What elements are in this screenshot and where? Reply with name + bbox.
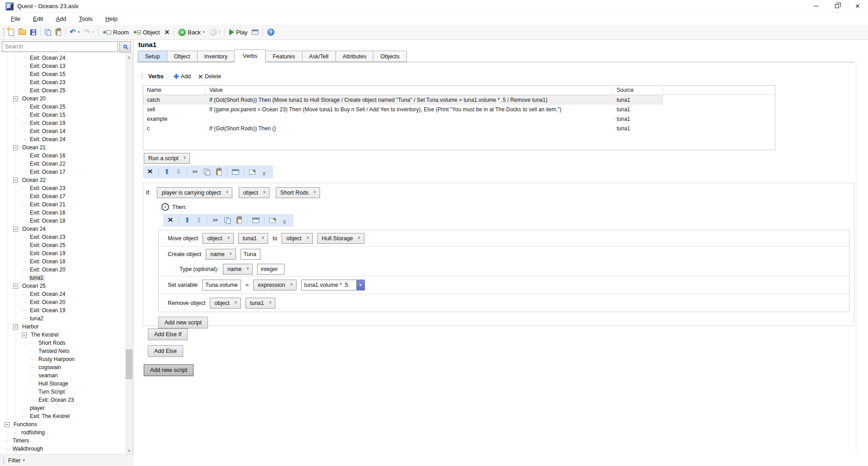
- tree-expander-icon[interactable]: [13, 145, 18, 150]
- tree-item-the-kestrel[interactable]: The Kestrel: [0, 331, 125, 339]
- open-file-button[interactable]: [17, 29, 28, 36]
- script-select[interactable]: tuna1∨: [245, 298, 275, 309]
- verb-row-catch[interactable]: catchIf (Got(Short Rods)) Then (Move tun…: [143, 95, 663, 105]
- help-button[interactable]: ?: [265, 27, 276, 37]
- script-kind-select[interactable]: Run a script ∨: [144, 153, 190, 164]
- add-else-button[interactable]: Add Else: [148, 345, 183, 357]
- tab-verbs[interactable]: Verbs: [234, 49, 266, 62]
- tab-objects[interactable]: Objects: [373, 51, 406, 62]
- tab-ask-tell[interactable]: Ask/Tell: [302, 51, 336, 62]
- tree-item-functions[interactable]: Functions: [0, 420, 125, 428]
- tree-item-exit-ocean-14[interactable]: Exit: Ocean 14: [0, 127, 125, 135]
- tree-item-ocean-25[interactable]: Ocean 25: [0, 282, 125, 290]
- tree-item-timers[interactable]: Timers: [0, 437, 125, 445]
- scroll-up-icon[interactable]: ∧: [125, 53, 133, 61]
- title-bar[interactable]: Quest - Oceans 23.aslx ✕: [0, 0, 868, 13]
- script-select[interactable]: object∨: [210, 298, 241, 309]
- tree-item-exit-the-kestrel[interactable]: Exit: The Kestrel: [0, 412, 125, 420]
- scroll-down-icon[interactable]: ∨: [125, 447, 133, 454]
- tree-item-twisted-nets[interactable]: Twisted Nets: [0, 347, 125, 355]
- column-header-name[interactable]: Name: [143, 86, 206, 95]
- save-file-button[interactable]: [28, 28, 38, 37]
- tree-item-exit-ocean-24[interactable]: Exit: Ocean 24: [0, 54, 125, 62]
- tree-item-exit-ocean-23[interactable]: Exit: Ocean 23: [0, 184, 125, 192]
- undo-button[interactable]: ↶▾: [68, 28, 81, 37]
- script-select[interactable]: object∨: [203, 233, 233, 244]
- tree-item-exit-ocean-13[interactable]: Exit: Ocean 13: [0, 62, 125, 70]
- script-select[interactable]: expression∨: [253, 280, 296, 290]
- paste-button[interactable]: [54, 28, 63, 37]
- tree-item-exit-ocean-23[interactable]: Exit: Ocean 23: [0, 233, 125, 241]
- tree-item-exit-ocean-17[interactable]: Exit: Ocean 17: [0, 168, 125, 176]
- overflow-button[interactable]: ▾: [279, 215, 290, 226]
- tree-item-cogswain[interactable]: cogswain: [0, 363, 125, 371]
- delete-verb-button[interactable]: ✕ Delete: [196, 72, 223, 81]
- tree-expander-icon[interactable]: [22, 333, 27, 338]
- verbs-toolbar-grip[interactable]: [141, 73, 143, 80]
- table-header[interactable]: NameValueSource: [143, 86, 775, 95]
- tree-item-exit-ocean-25[interactable]: Exit: Ocean 25: [0, 86, 125, 95]
- tree-item-exit-ocean-19[interactable]: Exit: Ocean 19: [0, 306, 125, 314]
- tree-item-exit-ocean-21[interactable]: Exit: Ocean 21: [0, 200, 125, 209]
- menu-tools[interactable]: Tools: [74, 14, 98, 24]
- paste-button[interactable]: [234, 215, 245, 226]
- tab-inventory[interactable]: Inventory: [197, 51, 235, 62]
- menu-help[interactable]: Help: [100, 14, 123, 24]
- copy-button[interactable]: [222, 215, 233, 226]
- scrollbar-thumb[interactable]: [126, 349, 132, 379]
- filter-button[interactable]: Filter: [8, 457, 21, 464]
- search-button[interactable]: [119, 41, 131, 52]
- tree-item-exit-ocean-20[interactable]: Exit: Ocean 20: [0, 266, 125, 274]
- script-input[interactable]: [301, 280, 357, 290]
- script-select[interactable]: name∨: [206, 249, 236, 260]
- tree-item-exit-ocean-18[interactable]: Exit: Ocean 18: [0, 257, 125, 266]
- tree-item-exit-ocean-20[interactable]: Exit: Ocean 20: [0, 298, 125, 306]
- script-select[interactable]: object∨: [282, 233, 312, 244]
- delete-button[interactable]: ✕: [165, 215, 176, 226]
- expression-dropdown-button[interactable]: ▼: [357, 280, 365, 290]
- tree-item-exit-ocean-17[interactable]: Exit: Ocean 17: [0, 192, 125, 200]
- cut-button[interactable]: ✂: [210, 215, 221, 226]
- delete-button[interactable]: ✕: [145, 166, 156, 177]
- tree-item-hull-storage[interactable]: Hull Storage: [0, 380, 125, 388]
- minimize-button[interactable]: [806, 0, 826, 13]
- paste-button[interactable]: [213, 166, 224, 177]
- script-select[interactable]: tuna1∨: [238, 233, 268, 244]
- cut-button[interactable]: ✂: [190, 166, 201, 177]
- redo-button[interactable]: ↷▾: [82, 28, 96, 37]
- tree-item-exit-ocean-25[interactable]: Exit: Ocean 25: [0, 241, 125, 249]
- tree-item-player[interactable]: player: [0, 404, 125, 412]
- add-verb-button[interactable]: ✚ Add: [172, 72, 193, 81]
- tree-item-exit-ocean-24[interactable]: Exit: Ocean 24: [0, 290, 125, 298]
- move-down-button[interactable]: ⬇: [173, 166, 184, 177]
- tree-item-exit-ocean-19[interactable]: Exit: Ocean 19: [0, 249, 125, 257]
- script-select[interactable]: object∨: [239, 187, 269, 198]
- popout-button[interactable]: [247, 166, 258, 177]
- tree-item-seaman[interactable]: seaman: [0, 371, 125, 380]
- tab-features[interactable]: Features: [265, 51, 302, 62]
- filterbar-grip[interactable]: [3, 457, 5, 464]
- verb-row-c[interactable]: cIf (Got(Short Rods)) Then ()tuna1: [143, 124, 663, 133]
- play-button[interactable]: Play: [227, 28, 249, 37]
- copy-button[interactable]: [202, 166, 212, 177]
- tree-item-exit-ocean-15[interactable]: Exit: Ocean 15: [0, 70, 125, 78]
- script-select[interactable]: player is carrying object∨: [157, 187, 232, 198]
- script-input[interactable]: [257, 264, 285, 275]
- column-header-source[interactable]: Source: [613, 86, 663, 95]
- tree-item-exit-ocean-15[interactable]: Exit: Ocean 15: [0, 111, 125, 119]
- log-window-button[interactable]: [250, 28, 260, 36]
- menu-file[interactable]: File: [5, 14, 26, 24]
- tree-item-harbor[interactable]: Harbor: [0, 323, 125, 331]
- verb-row-example[interactable]: exampletuna1: [143, 114, 663, 124]
- menu-edit[interactable]: Edit: [28, 14, 48, 24]
- column-header-value[interactable]: Value: [206, 86, 613, 95]
- copy-button[interactable]: [43, 28, 53, 37]
- popout-button[interactable]: [267, 215, 278, 226]
- tree-item-ocean-21[interactable]: Ocean 21: [0, 143, 125, 152]
- add-room-button[interactable]: +Room: [101, 28, 131, 37]
- tree-expander-icon[interactable]: [13, 284, 18, 289]
- tree-expander-icon[interactable]: [13, 96, 18, 101]
- tree-item-exit-ocean-23[interactable]: Exit: Ocean 23: [0, 396, 125, 404]
- collapse-then-button[interactable]: ∧: [161, 203, 169, 211]
- tree-expander-icon[interactable]: [5, 422, 9, 427]
